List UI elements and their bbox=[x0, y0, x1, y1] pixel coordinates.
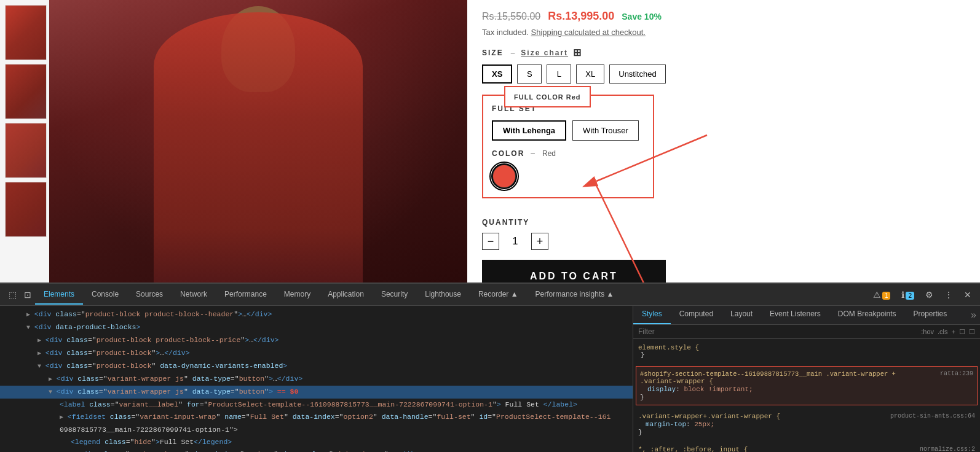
dom-line: 09887815773__main-7222867099741-option-1… bbox=[0, 424, 633, 436]
thumbnail-2[interactable] bbox=[5, 64, 47, 119]
styles-filter-bar: :hov .cls + ☐ ☐ bbox=[633, 325, 980, 339]
responsive-icon[interactable]: ⊡ bbox=[20, 290, 35, 300]
tab-console[interactable]: Console bbox=[83, 285, 127, 305]
filter-add[interactable]: + bbox=[952, 328, 955, 335]
warning-icon[interactable]: ⚠1 bbox=[869, 287, 895, 302]
info-icon[interactable]: ℹ2 bbox=[898, 287, 918, 302]
dom-line: ▼ <div class="product-block" data-dynami… bbox=[0, 360, 633, 373]
devtools-body: ▶ <div class="product-block product-bloc… bbox=[0, 306, 980, 452]
close-icon[interactable]: ✕ bbox=[960, 287, 975, 302]
css-rule-variant-wrapper: #shopify-section-template--1610988781577… bbox=[636, 366, 978, 405]
size-xs[interactable]: XS bbox=[482, 64, 512, 84]
dom-line: <label class="variant__label" for="Produ… bbox=[0, 399, 633, 411]
price-save: Save 10% bbox=[622, 12, 662, 21]
product-area: Rs.15,550.00 Rs.13,995.00 Save 10% Tax i… bbox=[0, 0, 681, 282]
filter-box1[interactable]: ☐ bbox=[959, 328, 965, 336]
thumbnail-4[interactable] bbox=[5, 182, 47, 237]
main-layout: Rs.15,550.00 Rs.13,995.00 Save 10% Tax i… bbox=[0, 0, 980, 452]
tab-recorder[interactable]: Recorder ▲ bbox=[470, 285, 527, 305]
size-options: XS S L XL Unstitched bbox=[482, 64, 666, 84]
size-l[interactable]: L bbox=[547, 64, 571, 84]
styles-tabs: Styles Computed Layout Event Listeners D… bbox=[633, 306, 980, 325]
quantity-section: QUANTITY − 1 + bbox=[482, 218, 666, 250]
thumbnail-1[interactable] bbox=[5, 5, 47, 60]
dom-line: ▶ <fieldset class="variant-input-wrap" n… bbox=[0, 411, 633, 424]
dom-line: ▶ <div class="product-block product-bloc… bbox=[0, 334, 633, 347]
devtools-right-controls: ⚠1 ℹ2 ⚙ ⋮ ✕ bbox=[869, 287, 975, 302]
dom-line: ▶ <div class="product-block">…</div> bbox=[0, 347, 633, 360]
set-with-lehenga[interactable]: With Lehenga bbox=[492, 120, 566, 141]
product-area-wrapper: Rs.15,550.00 Rs.13,995.00 Save 10% Tax i… bbox=[0, 0, 980, 282]
full-set-label: FULL SET bbox=[492, 104, 644, 113]
color-swatches bbox=[492, 164, 644, 189]
filter-box2[interactable]: ☐ bbox=[969, 328, 975, 336]
styles-tab-computed[interactable]: Computed bbox=[671, 306, 722, 324]
color-swatch-red[interactable] bbox=[492, 164, 516, 189]
dom-line: ▶ <div class="product-block product-bloc… bbox=[0, 308, 633, 321]
set-with-trouser[interactable]: With Trouser bbox=[572, 120, 639, 141]
styles-more-icon[interactable]: » bbox=[967, 306, 980, 324]
color-label: COLOR – Red bbox=[492, 149, 644, 158]
more-options-icon[interactable]: ⋮ bbox=[941, 287, 957, 302]
styles-tab-styles[interactable]: Styles bbox=[633, 306, 671, 324]
color-name: Red bbox=[542, 149, 556, 158]
size-chart-link[interactable]: Size chart bbox=[521, 49, 568, 57]
size-s[interactable]: S bbox=[517, 64, 542, 84]
thumbnail-3[interactable] bbox=[5, 123, 47, 178]
tab-security[interactable]: Security bbox=[373, 285, 416, 305]
styles-tab-event-listeners[interactable]: Event Listeners bbox=[761, 306, 829, 324]
tab-sources[interactable]: Sources bbox=[127, 285, 172, 305]
main-product-image bbox=[49, 0, 467, 282]
styles-panel: Styles Computed Layout Event Listeners D… bbox=[633, 306, 980, 452]
size-chart-icon: ⊞ bbox=[573, 47, 582, 58]
size-label: SIZE – Size chart ⊞ bbox=[482, 47, 666, 58]
qty-increase[interactable]: + bbox=[531, 233, 548, 250]
css-rule-normalize: *, :after, :before, input { normalize.cs… bbox=[636, 443, 978, 452]
styles-tab-layout[interactable]: Layout bbox=[722, 306, 761, 324]
tab-network[interactable]: Network bbox=[172, 285, 216, 305]
styles-tab-dom-breakpoints[interactable]: DOM Breakpoints bbox=[829, 306, 905, 324]
qty-value: 1 bbox=[509, 236, 521, 247]
tab-lighthouse[interactable]: Lighthouse bbox=[416, 285, 470, 305]
quantity-label: QUANTITY bbox=[482, 218, 666, 227]
dom-line: ▶ <div class="variant-wrapper js" data-t… bbox=[0, 373, 633, 386]
devtools-panel: ⬚ ⊡ Elements Console Sources Network Per… bbox=[0, 282, 980, 452]
css-property-display: display: block !important; bbox=[640, 385, 973, 394]
css-property-margin: margin-top: 25px; bbox=[638, 420, 975, 429]
tab-elements[interactable]: Elements bbox=[35, 285, 83, 305]
css-rule-variant-wrapper2: .variant-wrapper+.variant-wrapper { prod… bbox=[636, 410, 978, 438]
settings-icon[interactable]: ⚙ bbox=[922, 287, 937, 302]
styles-filter-input[interactable] bbox=[638, 327, 917, 336]
product-info: Rs.15,550.00 Rs.13,995.00 Save 10% Tax i… bbox=[467, 0, 681, 282]
qty-decrease[interactable]: − bbox=[482, 233, 499, 250]
set-options: With Lehenga With Trouser bbox=[492, 120, 644, 141]
price-sale: Rs.13,995.00 bbox=[548, 10, 614, 23]
dom-line-highlighted: ▼ <div class="variant-wrapper js" data-t… bbox=[0, 386, 633, 399]
filter-hov[interactable]: :hov bbox=[921, 328, 934, 335]
tab-memory[interactable]: Memory bbox=[275, 285, 319, 305]
price-original: Rs.15,550.00 bbox=[482, 11, 540, 22]
css-rule-element-style: element.style { } bbox=[636, 341, 978, 361]
styles-tab-properties[interactable]: Properties bbox=[905, 306, 956, 324]
color-section: COLOR – Red bbox=[492, 149, 644, 189]
size-unstitched[interactable]: Unstitched bbox=[609, 64, 665, 84]
inspect-icon[interactable]: ⬚ bbox=[5, 290, 20, 300]
tab-performance[interactable]: Performance bbox=[216, 285, 275, 305]
qty-controls: − 1 + bbox=[482, 233, 666, 250]
devtools-tabs-bar: ⬚ ⊡ Elements Console Sources Network Per… bbox=[0, 284, 980, 306]
styles-body[interactable]: element.style { } #shopify-section-templ… bbox=[633, 339, 980, 452]
dom-line: <legend class="hide">Full Set</legend> bbox=[0, 436, 633, 448]
tab-performance-insights[interactable]: Performance insights ▲ bbox=[527, 285, 623, 305]
thumbnail-list bbox=[0, 0, 49, 282]
full-set-box: FULL SET With Lehenga With Trouser COLOR… bbox=[482, 95, 654, 198]
dom-line: ▼ <div data-product-blocks> bbox=[0, 321, 633, 334]
tab-application[interactable]: Application bbox=[319, 285, 373, 305]
add-to-cart-button[interactable]: ADD TO CART bbox=[482, 260, 666, 282]
filter-cls[interactable]: .cls bbox=[938, 328, 948, 335]
dom-panel[interactable]: ▶ <div class="product-block product-bloc… bbox=[0, 306, 633, 452]
shipping-link[interactable]: Shipping calculated at checkout. bbox=[531, 28, 646, 37]
price-section: Rs.15,550.00 Rs.13,995.00 Save 10% bbox=[482, 10, 666, 23]
dom-line: ▶ <div class="variant-input" data-index=… bbox=[0, 448, 633, 452]
size-xl[interactable]: XL bbox=[576, 64, 604, 84]
tax-info: Tax included. Shipping calculated at che… bbox=[482, 28, 666, 37]
